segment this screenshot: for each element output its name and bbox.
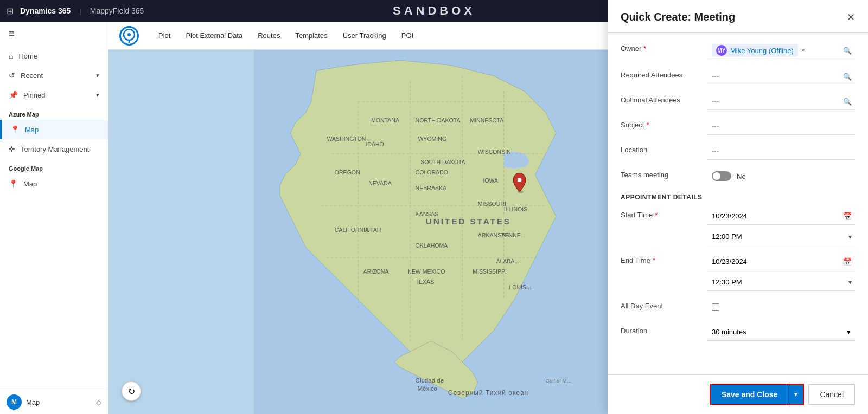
teams-meeting-toggle[interactable] (712, 171, 731, 181)
svg-text:MINNESOTA: MINNESOTA (470, 117, 504, 124)
owner-field: Owner * MY Mike Young (Offline) × 🔍 (621, 41, 855, 60)
svg-text:TENNE...: TENNE... (501, 232, 526, 238)
owner-remove-button[interactable]: × (801, 47, 805, 54)
duration-value: 30 minutes (712, 328, 746, 336)
teams-meeting-value: No (707, 167, 855, 185)
end-time-block: 10/23/2024 📅 12:30 PM ▾ (707, 253, 855, 291)
end-time-value: 12:30 PM (712, 278, 742, 286)
owner-value[interactable]: MY Mike Young (Offline) × 🔍 (707, 41, 855, 60)
save-close-button[interactable]: Save and Close (711, 385, 789, 404)
nav-poi[interactable]: POI (401, 29, 413, 42)
sidebar-item-google-map[interactable]: 📍 Map (0, 174, 108, 193)
nav-routes[interactable]: Routes (258, 29, 280, 42)
cancel-button[interactable]: Cancel (808, 384, 855, 405)
map-watermark: Северный Тихий океан (448, 389, 529, 397)
start-time-input[interactable]: 12:00 PM ▾ (707, 228, 855, 245)
svg-text:ALABA...: ALABA... (496, 258, 519, 264)
sidebar-item-home-label: Home (18, 52, 37, 60)
home-icon: ⌂ (9, 51, 13, 60)
all-day-checkbox-wrapper (712, 303, 719, 311)
subject-placeholder: --- (712, 122, 719, 130)
owner-search-icon[interactable]: 🔍 (843, 47, 852, 55)
location-value[interactable]: --- (707, 143, 855, 160)
optional-attendees-placeholder: --- (712, 97, 719, 105)
sidebar-item-territory-label: Territory Management (21, 145, 89, 153)
svg-text:LOUISI...: LOUISI... (509, 284, 532, 290)
all-day-value (707, 299, 855, 316)
end-time-chevron-icon[interactable]: ▾ (848, 279, 852, 286)
start-time-label: Start Time * (621, 208, 707, 219)
all-day-event-field: All Day Event (621, 299, 855, 316)
duration-field: Duration 30 minutes ▾ (621, 324, 855, 341)
save-close-button-group: Save and Close ▾ (710, 384, 805, 405)
apps-icon[interactable]: ⊞ (7, 6, 14, 16)
sidebar-item-azure-map-label: Map (25, 126, 39, 134)
recent-chevron-icon: ▾ (96, 72, 99, 79)
svg-text:WASHINGTON: WASHINGTON (327, 135, 366, 142)
sidebar-bottom: M Map ◇ (0, 390, 108, 414)
sidebar-item-territory-management[interactable]: ✛ Territory Management (0, 139, 108, 159)
qc-close-button[interactable]: ✕ (847, 22, 855, 23)
all-day-checkbox[interactable] (712, 303, 719, 311)
end-time-field: End Time * 10/23/2024 📅 12:30 PM ▾ (621, 253, 855, 291)
pinned-chevron-icon: ▾ (96, 92, 99, 99)
nav-plot[interactable]: Plot (158, 29, 170, 42)
optional-attendees-label: Optional Attendees (621, 93, 707, 104)
start-time-required: * (655, 211, 658, 219)
svg-text:SOUTH DAKOTA: SOUTH DAKOTA (420, 159, 465, 165)
start-calendar-icon[interactable]: 📅 (843, 212, 852, 221)
qc-body: Owner * MY Mike Young (Offline) × 🔍 Requ… (608, 33, 868, 374)
start-date-value: 10/23/2024 (712, 212, 747, 220)
svg-text:OKLAHOMA: OKLAHOMA (416, 242, 449, 249)
svg-text:WYOMING: WYOMING (418, 135, 446, 142)
azure-map-icon: 📍 (10, 125, 20, 134)
duration-select[interactable]: 30 minutes ▾ (707, 324, 855, 341)
required-attendees-value[interactable]: --- 🔍 (707, 68, 855, 85)
required-attendees-search-icon[interactable]: 🔍 (843, 72, 852, 80)
location-label: Location (621, 143, 707, 154)
duration-label: Duration (621, 324, 707, 335)
pin-icon: 📌 (9, 90, 18, 99)
map-refresh-button[interactable]: ↻ (122, 381, 141, 401)
end-time-input[interactable]: 12:30 PM ▾ (707, 274, 855, 291)
appointment-section-heading: APPOINTMENT DETAILS (621, 193, 855, 201)
teams-meeting-field: Teams meeting No (621, 167, 855, 185)
bottom-map-label: Map (26, 398, 40, 406)
svg-text:IOWA: IOWA (483, 177, 499, 184)
svg-text:MISSISSIPPI: MISSISSIPPI (473, 268, 507, 275)
nav-templates[interactable]: Templates (295, 29, 327, 42)
start-time-chevron-icon[interactable]: ▾ (848, 233, 852, 241)
sidebar-item-pinned[interactable]: 📌 Pinned ▾ (0, 85, 108, 105)
quick-create-panel: Quick Create: Meeting ✕ Owner * MY Mike … (608, 22, 868, 414)
required-attendees-placeholder: --- (712, 72, 719, 80)
start-time-block: 10/23/2024 📅 12:00 PM ▾ (707, 208, 855, 245)
hamburger-icon[interactable]: ≡ (0, 22, 108, 46)
d365-label[interactable]: Dynamics 365 (20, 7, 71, 15)
sidebar-item-azure-map[interactable]: 📍 Map (0, 120, 108, 139)
bottom-pin-icon[interactable]: ◇ (96, 398, 101, 406)
sidebar-item-recent[interactable]: ↺ Recent ▾ (0, 66, 108, 85)
optional-attendees-search-icon[interactable]: 🔍 (843, 97, 852, 105)
save-close-arrow-button[interactable]: ▾ (788, 385, 803, 404)
svg-text:MISSOURI: MISSOURI (478, 200, 506, 207)
subject-value[interactable]: --- (707, 118, 855, 135)
svg-point-2 (127, 33, 131, 36)
svg-text:ARIZONA: ARIZONA (363, 268, 390, 275)
end-calendar-icon[interactable]: 📅 (843, 257, 852, 266)
sidebar-item-google-map-label: Map (23, 180, 37, 188)
start-date-input[interactable]: 10/23/2024 📅 (707, 208, 855, 225)
google-map-section-title: Google Map (0, 159, 108, 174)
nav-user-tracking[interactable]: User Tracking (343, 29, 386, 42)
svg-point-41 (518, 190, 524, 193)
sidebar-item-home[interactable]: ⌂ Home (0, 46, 108, 66)
qc-header: Quick Create: Meeting ✕ (608, 22, 868, 33)
svg-text:OREGON: OREGON (335, 169, 360, 176)
end-date-input[interactable]: 10/23/2024 📅 (707, 253, 855, 270)
nav-plot-external-data[interactable]: Plot External Data (186, 29, 242, 42)
azure-map-section-title: Azure Map (0, 105, 108, 120)
territory-icon: ✛ (9, 145, 15, 153)
optional-attendees-field: Optional Attendees --- 🔍 (621, 93, 855, 110)
sidebar-item-pinned-label: Pinned (23, 91, 45, 99)
main-layout: ≡ ⌂ Home ↺ Recent ▾ 📌 Pinned ▾ Azure Map… (0, 22, 868, 414)
optional-attendees-value[interactable]: --- 🔍 (707, 93, 855, 110)
